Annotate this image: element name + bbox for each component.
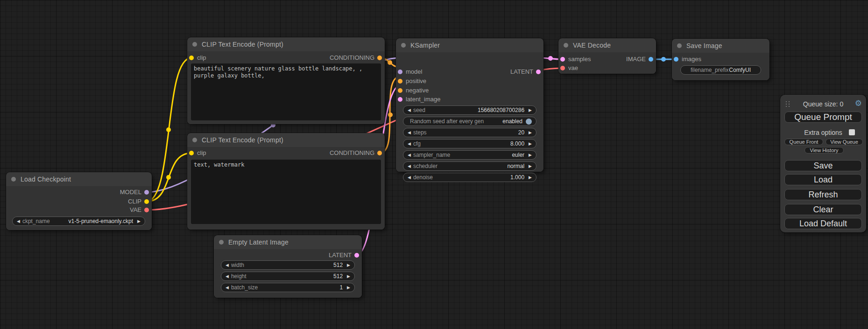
node-clip-text-encode-negative[interactable]: CLIP Text Encode (Prompt) clip CONDITION… — [187, 133, 385, 230]
queue-prompt-button[interactable]: Queue Prompt — [784, 112, 862, 123]
increment-arrow-icon[interactable]: ▶ — [347, 286, 350, 290]
widget-value: euler — [512, 152, 524, 158]
input-slot-negative[interactable] — [398, 88, 402, 93]
queue-front-button[interactable]: Queue Front — [784, 139, 823, 145]
decrement-arrow-icon[interactable]: ◀ — [226, 263, 229, 267]
node-empty-latent-image[interactable]: Empty Latent Image LATENT ◀ width 512 ▶ … — [214, 235, 362, 298]
widget-ckpt-name[interactable]: ◀ ckpt_name v1-5-pruned-emaonly.ckpt ▶ — [12, 217, 145, 226]
increment-arrow-icon[interactable]: ▶ — [529, 153, 532, 157]
widget-label: scheduler — [413, 163, 438, 169]
increment-arrow-icon[interactable]: ▶ — [137, 219, 141, 224]
collapse-toggle-icon[interactable] — [564, 43, 568, 48]
node-load-checkpoint[interactable]: Load Checkpoint MODEL CLIP VAE ◀ ckpt_na… — [6, 172, 152, 230]
widget-scheduler[interactable]: ◀ scheduler normal ▶ — [403, 161, 536, 171]
node-header[interactable]: CLIP Text Encode (Prompt) — [187, 133, 385, 147]
output-slot-conditioning[interactable] — [377, 56, 382, 60]
clear-button[interactable]: Clear — [784, 204, 862, 215]
link-dot-latent-to-vae-decode[interactable] — [548, 56, 553, 61]
collapse-toggle-icon[interactable] — [192, 138, 197, 142]
node-header[interactable]: VAE Decode — [558, 38, 656, 52]
output-slot-model[interactable] — [144, 190, 149, 195]
output-slot-conditioning[interactable] — [377, 151, 382, 155]
output-slot-clip[interactable] — [144, 199, 149, 204]
increment-arrow-icon[interactable]: ▶ — [347, 274, 350, 279]
collapse-toggle-icon[interactable] — [219, 240, 224, 245]
save-button[interactable]: Save — [784, 160, 862, 171]
widget-label: filename_prefix — [691, 67, 728, 73]
input-slot-images[interactable] — [674, 57, 678, 62]
increment-arrow-icon[interactable]: ▶ — [529, 175, 532, 180]
node-header[interactable]: CLIP Text Encode (Prompt) — [187, 37, 385, 51]
widget-filename-prefix[interactable]: filename_prefix ComfyUI — [680, 65, 761, 75]
node-save-image[interactable]: Save Image images filename_prefix ComfyU… — [672, 39, 769, 80]
node-ksampler[interactable]: KSampler model positive negative latent_… — [396, 38, 543, 172]
output-slot-image[interactable] — [649, 57, 653, 62]
input-slot-latent-image[interactable] — [398, 97, 402, 102]
increment-arrow-icon[interactable]: ▶ — [529, 131, 532, 135]
widget-steps[interactable]: ◀ steps 20 ▶ — [403, 128, 536, 137]
link-dot-clip-negative[interactable] — [166, 175, 171, 180]
node-clip-text-encode-positive[interactable]: CLIP Text Encode (Prompt) clip CONDITION… — [187, 37, 385, 124]
input-label-vae: vae — [568, 64, 578, 72]
increment-arrow-icon[interactable]: ▶ — [529, 142, 532, 146]
node-header[interactable]: Save Image — [672, 39, 769, 53]
input-label-latent-image: latent_image — [406, 96, 440, 103]
collapse-toggle-icon[interactable] — [401, 43, 406, 48]
load-button[interactable]: Load — [784, 174, 862, 185]
decrement-arrow-icon[interactable]: ◀ — [408, 142, 411, 146]
node-body: samples vae IMAGE — [558, 52, 656, 74]
collapse-toggle-icon[interactable] — [11, 177, 16, 182]
widget-random-seed-toggle[interactable]: Random seed after every gen enabled — [403, 117, 536, 126]
view-queue-button[interactable]: View Queue — [826, 139, 863, 145]
widget-batch-size[interactable]: ◀ batch_size 1 ▶ — [221, 283, 355, 292]
view-history-button[interactable]: View History — [804, 147, 844, 154]
collapse-toggle-icon[interactable] — [677, 43, 682, 48]
node-header[interactable]: Empty Latent Image — [214, 235, 362, 249]
link-dot-clip-positive[interactable] — [166, 127, 171, 132]
link-dot-conditioning-negative[interactable] — [388, 112, 393, 117]
increment-arrow-icon[interactable]: ▶ — [347, 263, 350, 267]
toggle-knob-icon[interactable] — [526, 119, 532, 125]
prompt-textarea[interactable]: beautiful scenery nature glass bottle la… — [191, 63, 381, 120]
widget-width[interactable]: ◀ width 512 ▶ — [221, 260, 355, 270]
link-dot-conditioning-positive[interactable] — [388, 60, 392, 65]
decrement-arrow-icon[interactable]: ◀ — [408, 175, 411, 180]
extra-options-checkbox[interactable] — [849, 129, 855, 135]
decrement-arrow-icon[interactable]: ◀ — [408, 108, 411, 112]
widget-seed[interactable]: ◀ seed 156680208700286 ▶ — [403, 105, 536, 115]
widget-sampler-name[interactable]: ◀ sampler_name euler ▶ — [403, 150, 536, 160]
output-slot-latent[interactable] — [354, 253, 359, 258]
decrement-arrow-icon[interactable]: ◀ — [408, 131, 411, 135]
decrement-arrow-icon[interactable]: ◀ — [408, 153, 411, 157]
output-slot-vae[interactable] — [144, 208, 149, 212]
link-dot-image[interactable] — [661, 57, 666, 62]
load-default-button[interactable]: Load Default — [784, 218, 862, 229]
node-title: CLIP Text Encode (Prompt) — [202, 136, 283, 144]
widget-value: enabled — [502, 118, 522, 125]
input-slot-clip[interactable] — [189, 151, 194, 155]
output-label-model: MODEL — [120, 189, 141, 196]
decrement-arrow-icon[interactable]: ◀ — [226, 286, 229, 290]
increment-arrow-icon[interactable]: ▶ — [529, 164, 532, 168]
input-slot-samples[interactable] — [560, 57, 565, 62]
widget-denoise[interactable]: ◀ denoise 1.000 ▶ — [403, 173, 536, 182]
node-graph-canvas[interactable]: Load Checkpoint MODEL CLIP VAE ◀ ckpt_na… — [0, 0, 868, 329]
input-slot-model[interactable] — [398, 70, 402, 74]
node-vae-decode[interactable]: VAE Decode samples vae IMAGE — [558, 38, 656, 74]
node-header[interactable]: KSampler — [396, 38, 543, 52]
output-slot-latent[interactable] — [536, 70, 541, 74]
refresh-button[interactable]: Refresh — [784, 189, 862, 200]
decrement-arrow-icon[interactable]: ◀ — [408, 164, 411, 168]
settings-gear-icon[interactable]: ⚙ — [855, 99, 862, 108]
increment-arrow-icon[interactable]: ▶ — [529, 108, 532, 112]
widget-height[interactable]: ◀ height 512 ▶ — [221, 272, 355, 281]
widget-cfg[interactable]: ◀ cfg 8.000 ▶ — [403, 139, 536, 148]
input-slot-positive[interactable] — [398, 79, 402, 84]
decrement-arrow-icon[interactable]: ◀ — [226, 274, 229, 279]
prompt-textarea[interactable]: text, watermark — [191, 160, 381, 224]
input-slot-vae[interactable] — [560, 66, 565, 70]
input-slot-clip[interactable] — [189, 56, 194, 60]
node-header[interactable]: Load Checkpoint — [6, 172, 152, 186]
decrement-arrow-icon[interactable]: ◀ — [17, 219, 20, 224]
collapse-toggle-icon[interactable] — [192, 42, 197, 47]
